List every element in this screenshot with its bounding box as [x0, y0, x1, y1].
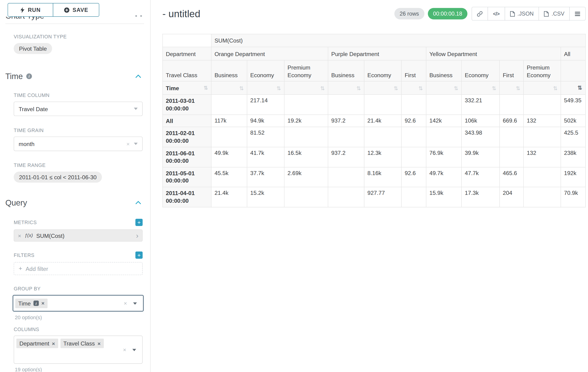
pivot-column-header: [561, 60, 586, 81]
pivot-row-label: 2011-05-01 00:00:00: [163, 167, 211, 187]
pivot-value-cell: 217.14: [247, 95, 284, 115]
time-grain-select[interactable]: month ×: [14, 137, 143, 151]
pivot-column-header: Business: [328, 60, 364, 81]
pivot-sort-header: ⇅: [364, 81, 401, 94]
chart-title[interactable]: - untitled: [162, 8, 200, 20]
sort-icon[interactable]: ⇅: [239, 85, 244, 91]
clear-all-icon[interactable]: ×: [124, 300, 127, 307]
pivot-value-cell: [401, 147, 426, 167]
pivot-value-cell: [401, 187, 426, 207]
remove-tag-icon[interactable]: ×: [41, 300, 44, 306]
pivot-value-cell: [328, 187, 364, 207]
pivot-metric-header: SUM(Cost): [211, 34, 586, 47]
sort-icon[interactable]: ⇅: [418, 85, 423, 91]
pivot-column-header: Business: [426, 60, 462, 81]
pivot-value-cell: 937.2: [328, 115, 364, 127]
columns-tag-travel-class[interactable]: Travel Class ×: [60, 339, 104, 348]
remove-tag-icon[interactable]: ×: [98, 340, 101, 346]
sort-icon[interactable]: ⇅: [553, 85, 557, 91]
sort-icon[interactable]: ⇅: [454, 85, 458, 91]
add-metric-button[interactable]: +: [136, 219, 143, 226]
chart-type-collapse-chevron[interactable]: [136, 15, 142, 17]
pivot-value-cell: 425.5: [561, 127, 586, 147]
clear-icon[interactable]: ×: [126, 141, 130, 147]
time-range-label: TIME RANGE: [14, 162, 143, 168]
pivot-value-cell: [284, 95, 328, 115]
pivot-column-header: First: [499, 60, 523, 81]
pivot-table: SUM(Cost)DepartmentOrange DepartmentPurp…: [162, 34, 586, 207]
chevron-down-icon[interactable]: [132, 349, 136, 351]
group-by-options-hint: 20 option(s): [15, 315, 143, 320]
view-query-button[interactable]: </>: [488, 7, 505, 21]
time-column-label: TIME COLUMN: [14, 93, 143, 98]
pivot-value-cell: [426, 127, 462, 147]
pivot-value-cell: 204: [499, 187, 523, 207]
visualization-type-pill[interactable]: Pivot Table: [14, 43, 52, 54]
control-panel: Chart Type RUN SAVE VISUALIZATION TYPE P…: [0, 0, 151, 372]
pivot-value-cell: 142k: [426, 115, 462, 127]
columns-tag-department[interactable]: Department ×: [16, 339, 58, 348]
pivot-value-cell: 41.7k: [247, 147, 284, 167]
pivot-column-header: Business: [211, 60, 247, 81]
add-filter-plus-button[interactable]: +: [136, 252, 143, 259]
metric-chip[interactable]: × ƒ(x) SUM(Cost) ›: [14, 230, 143, 242]
remove-tag-icon[interactable]: ×: [52, 340, 55, 346]
pivot-value-cell: 92.6: [401, 115, 426, 127]
add-filter-box[interactable]: + Add filter: [14, 262, 143, 275]
chevron-right-icon[interactable]: ›: [136, 232, 138, 239]
export-json-button[interactable]: .JSON: [504, 7, 539, 21]
pivot-value-cell: 12.3k: [364, 147, 401, 167]
group-by-tag[interactable]: Time i ×: [15, 298, 47, 308]
menu-button[interactable]: [569, 7, 586, 21]
chart-header: - untitled 26 rows 00:00:00.18 </> .JSON: [162, 5, 586, 22]
control-panel-content: VISUALIZATION TYPE Pivot Table Time i TI…: [5, 24, 143, 372]
plus-icon: +: [19, 265, 22, 272]
pivot-value-cell: [426, 95, 462, 115]
info-icon[interactable]: i: [33, 301, 39, 306]
pivot-value-cell: 502k: [561, 115, 586, 127]
info-icon[interactable]: i: [26, 74, 32, 79]
pivot-value-cell: [401, 127, 426, 147]
chevron-up-icon[interactable]: [136, 75, 141, 78]
remove-metric-icon[interactable]: ×: [18, 232, 21, 239]
pivot-value-cell: 17.3k: [462, 187, 500, 207]
sort-icon[interactable]: ⇅: [320, 85, 325, 91]
save-button-label: SAVE: [73, 7, 88, 13]
sort-icon[interactable]: ⇅: [277, 85, 281, 91]
pivot-value-cell: 37.7k: [247, 167, 284, 187]
pivot-value-cell: [364, 127, 401, 147]
sort-icon[interactable]: ⇅: [492, 85, 496, 91]
pivot-row: 2011-04-01 00:00:0021.4k15.2k927.7715.9k…: [163, 187, 586, 207]
time-column-select[interactable]: Travel Date: [14, 102, 143, 116]
pivot-value-cell: 238k: [561, 147, 586, 167]
sort-icon[interactable]: ⇅: [357, 85, 361, 91]
clear-all-icon[interactable]: ×: [123, 346, 126, 353]
export-csv-button[interactable]: .CSV: [539, 7, 570, 21]
function-icon: ƒ(x): [25, 233, 33, 238]
sort-icon[interactable]: ⇅: [394, 85, 398, 91]
pivot-sort-header: ⇅: [401, 81, 426, 94]
pivot-value-cell: [211, 95, 247, 115]
chevron-down-icon[interactable]: [133, 302, 137, 305]
tag-label: Department: [19, 340, 49, 347]
sort-icon[interactable]: ⇅: [578, 85, 582, 91]
sort-icon[interactable]: ⇅: [204, 85, 208, 91]
export-csv-label: .CSV: [552, 11, 564, 17]
sort-icon[interactable]: ⇅: [516, 85, 520, 91]
pivot-row: 2011-05-01 00:00:0045.5k37.7k2.69k8.16k9…: [163, 167, 586, 187]
chevron-up-icon[interactable]: [136, 201, 141, 204]
pivot-value-cell: 70.9k: [561, 187, 586, 207]
top-actions: RUN SAVE: [8, 3, 99, 17]
pivot-value-cell: 45.5k: [211, 167, 247, 187]
pivot-value-cell: 94.9k: [247, 115, 284, 127]
pivot-value-cell: 132: [524, 147, 561, 167]
run-button[interactable]: RUN: [8, 3, 53, 17]
copy-link-button[interactable]: [472, 7, 488, 21]
pivot-value-cell: 21.4k: [211, 187, 247, 207]
save-button[interactable]: SAVE: [53, 3, 99, 17]
group-by-select[interactable]: Time i × ×: [12, 295, 144, 312]
chevron-down-icon: [134, 143, 137, 145]
time-range-pill[interactable]: 2011-01-01 ≤ col < 2011-06-30: [14, 171, 102, 182]
pivot-row: All117k94.9k19.2k937.221.4k92.6142k106k6…: [163, 115, 586, 127]
columns-select[interactable]: Department × Travel Class × ×: [14, 336, 143, 364]
